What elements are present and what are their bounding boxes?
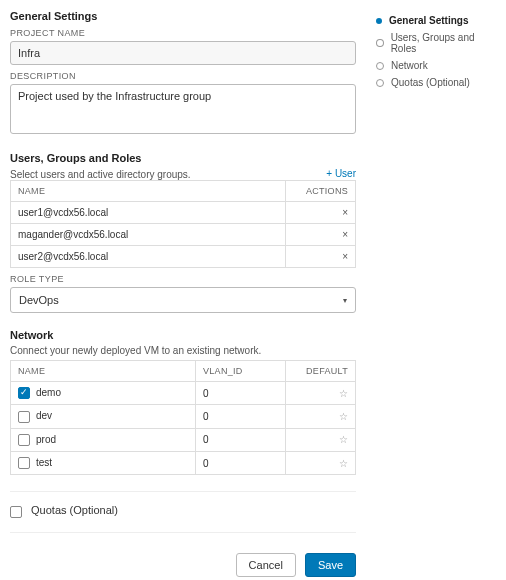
users-col-name: NAME	[11, 181, 286, 202]
network-name-cell: test	[11, 452, 196, 475]
network-vlan: 0	[196, 428, 286, 451]
network-name-cell: demo	[11, 382, 196, 405]
role-type-value: DevOps	[19, 294, 59, 306]
network-table: NAME VLAN_ID DEFAULT demo0☆dev0☆prod0☆te…	[10, 360, 356, 475]
network-name: demo	[36, 387, 61, 398]
user-name: user2@vcdx56.local	[11, 246, 286, 268]
network-vlan: 0	[196, 382, 286, 405]
sidenav-item[interactable]: Quotas (Optional)	[376, 74, 496, 91]
network-row: prod0☆	[11, 428, 356, 451]
quotas-label: Quotas (Optional)	[31, 504, 118, 516]
network-title: Network	[10, 329, 356, 341]
user-row: user1@vcdx56.local×	[11, 202, 356, 224]
description-label: DESCRIPTION	[10, 71, 356, 81]
general-title: General Settings	[10, 10, 356, 22]
network-row: test0☆	[11, 452, 356, 475]
user-name: user1@vcdx56.local	[11, 202, 286, 224]
remove-user-icon[interactable]: ×	[342, 251, 348, 262]
section-general: General Settings PROJECT NAME DESCRIPTIO…	[10, 10, 356, 136]
users-col-actions: ACTIONS	[286, 181, 356, 202]
quotas-row[interactable]: Quotas (Optional)	[10, 504, 356, 517]
role-type-select[interactable]: DevOps ▾	[10, 287, 356, 313]
network-checkbox[interactable]	[18, 387, 30, 399]
network-subtitle: Connect your newly deployed VM to an exi…	[10, 345, 356, 356]
section-network: Network Connect your newly deployed VM t…	[10, 329, 356, 475]
remove-user-icon[interactable]: ×	[342, 207, 348, 218]
sidenav-dot-icon	[376, 18, 382, 24]
cancel-button[interactable]: Cancel	[236, 553, 296, 577]
save-button[interactable]: Save	[305, 553, 356, 577]
network-name: prod	[36, 434, 56, 445]
network-name-cell: prod	[11, 428, 196, 451]
add-user-link[interactable]: + User	[326, 168, 356, 179]
default-star-icon[interactable]: ☆	[339, 434, 348, 445]
user-row: user2@vcdx56.local×	[11, 246, 356, 268]
sidenav-item[interactable]: Network	[376, 57, 496, 74]
network-name: dev	[36, 410, 52, 421]
default-star-icon[interactable]: ☆	[339, 388, 348, 399]
role-type-label: ROLE TYPE	[10, 274, 356, 284]
project-name-input[interactable]	[10, 41, 356, 65]
sidenav-item[interactable]: Users, Groups and Roles	[376, 29, 496, 57]
quotas-checkbox[interactable]	[10, 506, 22, 518]
default-star-icon[interactable]: ☆	[339, 411, 348, 422]
side-nav: General SettingsUsers, Groups and RolesN…	[376, 10, 496, 577]
chevron-down-icon: ▾	[343, 296, 347, 305]
sidenav-label: Network	[391, 60, 428, 71]
footer-actions: Cancel Save	[10, 545, 356, 577]
users-table: NAME ACTIONS user1@vcdx56.local×magander…	[10, 180, 356, 268]
project-name-label: PROJECT NAME	[10, 28, 356, 38]
network-name: test	[36, 457, 52, 468]
users-title: Users, Groups and Roles	[10, 152, 356, 164]
network-row: dev0☆	[11, 405, 356, 428]
net-col-vlan: VLAN_ID	[196, 361, 286, 382]
network-checkbox[interactable]	[18, 457, 30, 469]
sidenav-dot-icon	[376, 39, 384, 47]
sidenav-label: Users, Groups and Roles	[391, 32, 496, 54]
network-name-cell: dev	[11, 405, 196, 428]
user-row: magander@vcdx56.local×	[11, 224, 356, 246]
default-star-icon[interactable]: ☆	[339, 458, 348, 469]
sidenav-label: Quotas (Optional)	[391, 77, 470, 88]
sidenav-item[interactable]: General Settings	[376, 12, 496, 29]
net-col-default: DEFAULT	[286, 361, 356, 382]
sidenav-label: General Settings	[389, 15, 468, 26]
net-col-name: NAME	[11, 361, 196, 382]
remove-user-icon[interactable]: ×	[342, 229, 348, 240]
users-subtitle: Select users and active directory groups…	[10, 169, 191, 180]
user-name: magander@vcdx56.local	[11, 224, 286, 246]
network-row: demo0☆	[11, 382, 356, 405]
network-vlan: 0	[196, 452, 286, 475]
description-input[interactable]	[10, 84, 356, 134]
network-vlan: 0	[196, 405, 286, 428]
network-checkbox[interactable]	[18, 434, 30, 446]
sidenav-dot-icon	[376, 62, 384, 70]
section-users: Users, Groups and Roles Select users and…	[10, 152, 356, 313]
network-checkbox[interactable]	[18, 411, 30, 423]
sidenav-dot-icon	[376, 79, 384, 87]
